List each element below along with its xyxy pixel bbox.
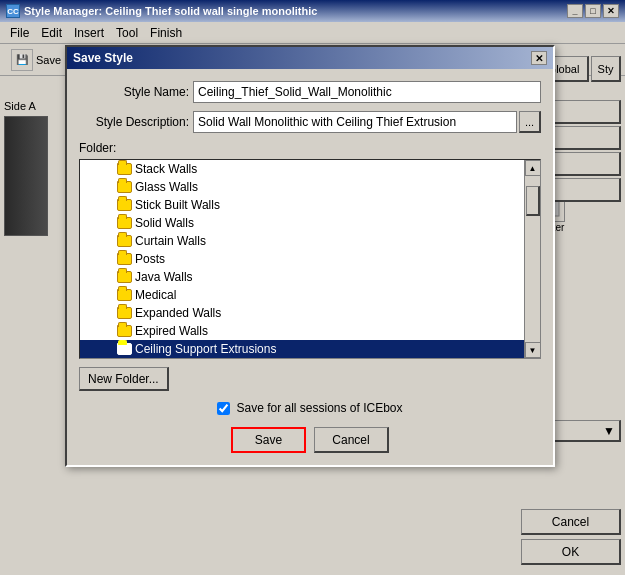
menu-finish[interactable]: Finish xyxy=(144,24,188,42)
style-desc-label: Style Description: xyxy=(79,115,189,129)
main-window: CC Style Manager: Ceiling Thief solid wa… xyxy=(0,0,625,575)
tree-scrollbar[interactable]: ▲ ▼ xyxy=(524,160,540,358)
tree-item-expired-walls[interactable]: Expired Walls xyxy=(80,322,524,340)
save-sessions-label: Save for all sessions of ICEbox xyxy=(236,401,402,415)
cancel-main-btn[interactable]: Cancel xyxy=(521,509,621,535)
tree-item-medical[interactable]: Medical xyxy=(80,286,524,304)
scroll-down-arrow[interactable]: ▼ xyxy=(525,342,541,358)
tree-item-java-walls[interactable]: Java Walls xyxy=(80,268,524,286)
tree-item-glass-walls[interactable]: Glass Walls xyxy=(80,178,524,196)
main-titlebar: CC Style Manager: Ceiling Thief solid wa… xyxy=(0,0,625,22)
side-a-area: Side A xyxy=(4,100,54,236)
tree-list: Stack Walls Glass Walls xyxy=(80,160,524,358)
dialog-cancel-btn[interactable]: Cancel xyxy=(314,427,389,453)
style-name-input[interactable] xyxy=(193,81,541,103)
tree-item-ceiling-support[interactable]: Ceiling Support Extrusions xyxy=(80,340,524,358)
new-folder-btn[interactable]: New Folder... xyxy=(79,367,169,391)
tree-container[interactable]: Stack Walls Glass Walls xyxy=(79,159,541,359)
scroll-up-arrow[interactable]: ▲ xyxy=(525,160,541,176)
app-icon: CC xyxy=(6,4,20,18)
menu-edit[interactable]: Edit xyxy=(35,24,68,42)
sty-btn[interactable]: Sty xyxy=(591,56,621,82)
folder-icon-java-walls xyxy=(116,269,132,285)
style-desc-row: Style Description: ... xyxy=(79,111,541,133)
dialog-close-btn[interactable]: ✕ xyxy=(531,51,547,65)
folder-label-text: Folder: xyxy=(79,141,541,155)
style-name-row: Style Name: xyxy=(79,81,541,103)
dialog-title: Save Style xyxy=(73,51,133,65)
tree-item-stack-walls[interactable]: Stack Walls xyxy=(80,160,524,178)
dialog-titlebar: Save Style ✕ xyxy=(67,47,553,69)
tree-item-expanded-walls[interactable]: Expanded Walls xyxy=(80,304,524,322)
folder-icon-expired-walls xyxy=(116,323,132,339)
tree-item-curtain-walls[interactable]: Curtain Walls xyxy=(80,232,524,250)
dialog-body: Style Name: Style Description: ... Folde… xyxy=(67,69,553,465)
main-window-title: Style Manager: Ceiling Thief solid wall … xyxy=(24,5,317,17)
folder-icon-medical xyxy=(116,287,132,303)
folder-icon-ceiling-support xyxy=(116,341,132,357)
minimize-btn[interactable]: _ xyxy=(567,4,583,18)
menu-insert[interactable]: Insert xyxy=(68,24,110,42)
dialog-save-btn[interactable]: Save xyxy=(231,427,306,453)
folder-icon-expanded-walls xyxy=(116,305,132,321)
tree-item-stick-built-walls[interactable]: Stick Built Walls xyxy=(80,196,524,214)
folder-icon-solid-walls xyxy=(116,215,132,231)
menu-tool[interactable]: Tool xyxy=(110,24,144,42)
menu-file[interactable]: File xyxy=(4,24,35,42)
side-a-preview xyxy=(4,116,48,236)
save-style-dialog: Save Style ✕ Style Name: Style Descripti… xyxy=(65,45,555,467)
folder-icon-posts xyxy=(116,251,132,267)
titlebar-left: CC Style Manager: Ceiling Thief solid wa… xyxy=(6,4,317,18)
style-desc-input-group: ... xyxy=(193,111,541,133)
checkbox-row: Save for all sessions of ICEbox xyxy=(79,401,541,415)
save-in-icon: 💾 xyxy=(11,49,33,71)
side-a-label: Side A xyxy=(4,100,54,112)
tree-item-solid-walls[interactable]: Solid Walls xyxy=(80,214,524,232)
tree-item-posts[interactable]: Posts xyxy=(80,250,524,268)
scrollbar-track[interactable] xyxy=(525,176,540,342)
close-btn[interactable]: ✕ xyxy=(603,4,619,18)
folder-icon-stick-built-walls xyxy=(116,197,132,213)
dialog-buttons: Save Cancel xyxy=(79,427,541,453)
final-buttons: Cancel OK xyxy=(521,509,621,565)
browse-btn[interactable]: ... xyxy=(519,111,541,133)
style-desc-input[interactable] xyxy=(193,111,517,133)
titlebar-controls: _ □ ✕ xyxy=(567,4,619,18)
scrollbar-thumb[interactable] xyxy=(526,186,540,216)
tree-inner: Stack Walls Glass Walls xyxy=(80,160,540,358)
style-name-label: Style Name: xyxy=(79,85,189,99)
folder-icon-glass-walls xyxy=(116,179,132,195)
folder-icon-stack-walls xyxy=(116,161,132,177)
ok-main-btn[interactable]: OK xyxy=(521,539,621,565)
save-sessions-checkbox[interactable] xyxy=(217,402,230,415)
menubar: File Edit Insert Tool Finish xyxy=(0,22,625,44)
folder-icon-curtain-walls xyxy=(116,233,132,249)
maximize-btn[interactable]: □ xyxy=(585,4,601,18)
